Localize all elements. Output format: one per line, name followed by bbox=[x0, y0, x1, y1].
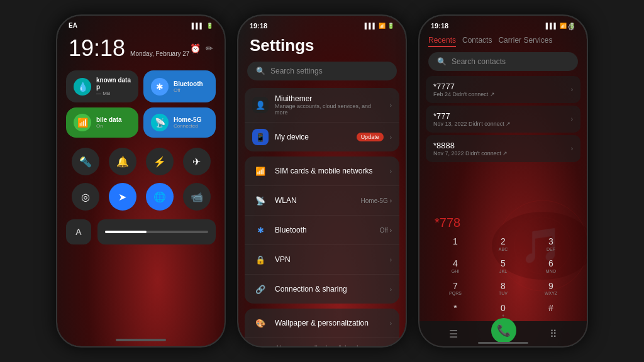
mobile-data-text: bile data On bbox=[96, 116, 131, 129]
bluetooth-tile-text: Bluetooth Off bbox=[174, 80, 208, 93]
bluetooth-label-s: Bluetooth bbox=[275, 226, 374, 234]
dial-hash[interactable]: # bbox=[528, 300, 574, 321]
connection-sharing-label: Connection & sharing bbox=[275, 285, 384, 293]
settings-section-account: 👤 Miuithemer Manage accounts, cloud serv… bbox=[245, 88, 399, 151]
dial-6[interactable]: 6MNO bbox=[528, 256, 574, 277]
sim-text: SIM cards & mobile networks bbox=[275, 167, 384, 175]
location-button[interactable]: ➤ bbox=[109, 183, 136, 211]
wlan-text: WLAN bbox=[275, 196, 355, 205]
phone-control-center: EA ▌▌▌ 🔋 19:18 Monday, February 27 ⏰ ✏ 💧… bbox=[56, 14, 226, 348]
dial-2[interactable]: 2ABC bbox=[480, 234, 526, 255]
settings-search-placeholder: Search settings bbox=[270, 67, 323, 75]
bluetooth-tile[interactable]: ✱ Bluetooth Off bbox=[143, 70, 216, 102]
call-button[interactable]: 📞 bbox=[491, 318, 516, 343]
contacts-search-bar[interactable]: 🔍 Search contacts bbox=[428, 52, 578, 71]
chevron-icon-3: › bbox=[390, 168, 392, 175]
settings-item-miuithemer[interactable]: 👤 Miuithemer Manage accounts, cloud serv… bbox=[245, 88, 399, 123]
settings-search-bar[interactable]: 🔍 Search settings bbox=[247, 62, 397, 80]
mydevice-label: My device bbox=[275, 133, 350, 141]
dial-7[interactable]: 7PQRS bbox=[432, 278, 479, 299]
status-time-2: 19:18 bbox=[250, 22, 267, 30]
bluetooth-icon-s: ✱ bbox=[252, 222, 269, 238]
settings-item-connection-sharing[interactable]: 🔗 Connection & sharing › bbox=[245, 275, 399, 304]
call-detail-3: Nov 7, 2022 Didn't connect ↗ bbox=[433, 150, 566, 156]
flashlight-button[interactable]: 🔦 bbox=[72, 148, 99, 175]
edit-icon[interactable]: ✏ bbox=[206, 43, 213, 53]
wifi-tile[interactable]: 📡 Home-5G Connected bbox=[143, 107, 216, 138]
home-bar[interactable] bbox=[116, 339, 166, 341]
settings-title: Settings bbox=[238, 32, 406, 62]
dial-5[interactable]: 5JKL bbox=[480, 256, 526, 277]
wlan-status: Home-5G › bbox=[361, 197, 392, 204]
account-icon: 👤 bbox=[252, 97, 269, 113]
wlan-icon: 📡 bbox=[252, 192, 269, 209]
dial-3[interactable]: 3DEF bbox=[528, 234, 574, 255]
dial-8[interactable]: 8TUV bbox=[480, 278, 526, 299]
clock-time: 19:18 bbox=[69, 35, 125, 62]
device-icon: 📱 bbox=[252, 129, 269, 145]
vpn-icon: 🔒 bbox=[252, 251, 269, 268]
status-time-3: 19:18 bbox=[431, 22, 448, 30]
notification-button[interactable]: 🔔 bbox=[109, 148, 136, 175]
settings-item-mydevice[interactable]: 📱 My device Update › bbox=[245, 123, 399, 151]
connection-sharing-icon: 🔗 bbox=[252, 281, 269, 297]
settings-item-lockscreen[interactable]: 🔒 Always-on display & Lock screen › bbox=[245, 338, 399, 346]
dial-star[interactable]: * bbox=[432, 300, 479, 321]
call-chevron-1: › bbox=[571, 86, 573, 93]
brightness-track bbox=[105, 231, 208, 233]
call-item-2[interactable]: *777 Nov 13, 2022 Didn't connect ↗ › bbox=[426, 106, 580, 133]
call-item-1[interactable]: *7777 Feb 24 Didn't connect ↗ › bbox=[426, 76, 580, 103]
tab-contacts[interactable]: Contacts bbox=[462, 35, 492, 47]
settings-item-wallpaper[interactable]: 🎨 Wallpaper & personalization › bbox=[245, 309, 399, 338]
call-detail-2: Nov 13, 2022 Didn't connect ↗ bbox=[433, 121, 566, 127]
mydevice-text: My device bbox=[275, 133, 350, 141]
settings-item-sim[interactable]: 📶 SIM cards & mobile networks › bbox=[245, 156, 399, 186]
data-sublabel: — MB bbox=[96, 90, 131, 96]
sim-label: SIM cards & mobile networks bbox=[275, 167, 384, 175]
text-size-button[interactable]: A bbox=[66, 219, 91, 244]
brightness-slider[interactable] bbox=[97, 219, 216, 244]
data-tile[interactable]: 💧 known data p — MB bbox=[66, 70, 138, 102]
home-bar-3[interactable] bbox=[478, 342, 528, 344]
camera-button[interactable]: 📹 bbox=[183, 183, 211, 211]
settings-item-wlan[interactable]: 📡 WLAN Home-5G › bbox=[245, 186, 399, 216]
call-info-row-1: *7777 Feb 24 Didn't connect ↗ bbox=[433, 82, 566, 97]
tab-recents[interactable]: Recents bbox=[428, 35, 456, 47]
call-number-1: *7777 bbox=[433, 82, 566, 91]
tab-carrier-services[interactable]: Carrier Services bbox=[498, 35, 552, 47]
bluetooth-status: Off › bbox=[380, 227, 392, 234]
dialer-tabs: Recents Contacts Carrier Services bbox=[419, 32, 587, 52]
alarm-icon[interactable]: ⏰ bbox=[190, 43, 201, 53]
chevron-icon-2: › bbox=[390, 134, 392, 141]
brightness-fill bbox=[105, 231, 147, 233]
vpn-label: VPN bbox=[275, 255, 384, 264]
call-info-row-3: *8888 Nov 7, 2022 Didn't connect ↗ bbox=[433, 141, 566, 156]
mobile-data-tile[interactable]: 📶 bile data On bbox=[66, 107, 138, 138]
lockscreen-label: Always-on display & Lock screen bbox=[275, 344, 384, 346]
dial-9[interactable]: 9WXYZ bbox=[528, 278, 574, 299]
dial-4[interactable]: 4GHI bbox=[432, 256, 479, 277]
mobile-data-icon: 📶 bbox=[74, 114, 91, 131]
eye-comfort-button[interactable]: ◎ bbox=[72, 183, 99, 211]
call-item-3[interactable]: *8888 Nov 7, 2022 Didn't connect ↗ › bbox=[426, 135, 580, 162]
recent-calls-list: *7777 Feb 24 Didn't connect ↗ › *777 Nov… bbox=[419, 76, 587, 162]
wlan-label: WLAN bbox=[275, 196, 355, 205]
dial-1[interactable]: 1 bbox=[432, 234, 479, 255]
status-icons-2: ▌▌▌ 📶 🔋 bbox=[365, 23, 394, 29]
hotspot-button[interactable]: 🌐 bbox=[146, 183, 174, 211]
grid-icon[interactable]: ⠿ bbox=[550, 328, 557, 340]
airplane-button[interactable]: ✈ bbox=[183, 148, 211, 175]
chevron-icon-1: › bbox=[390, 102, 392, 109]
phone-dialer: 🎵 19:18 ▌▌▌ 📶 🔋 ⚙ Recents Contacts Carri… bbox=[418, 14, 588, 348]
wifi-icon-3: 📶 bbox=[560, 23, 567, 29]
settings-gear-icon[interactable]: ⚙ bbox=[567, 22, 575, 32]
settings-section-personalization: 🎨 Wallpaper & personalization › 🔒 Always… bbox=[245, 309, 399, 346]
sim-icon: 📶 bbox=[252, 163, 269, 179]
menu-icon[interactable]: ☰ bbox=[449, 328, 458, 340]
status-bar-3: 19:18 ▌▌▌ 📶 🔋 ⚙ bbox=[419, 16, 587, 32]
dialpad-area: *778 1 2ABC 3DEF 4GHI 5JKL 6MNO 7PQRS 8T… bbox=[419, 213, 587, 321]
settings-item-vpn[interactable]: 🔒 VPN › bbox=[245, 245, 399, 275]
nfc-button[interactable]: ⚡ bbox=[146, 148, 174, 175]
settings-item-bluetooth[interactable]: ✱ Bluetooth Off › bbox=[245, 216, 399, 245]
time-row: 19:18 Monday, February 27 ⏰ ✏ bbox=[57, 31, 225, 68]
